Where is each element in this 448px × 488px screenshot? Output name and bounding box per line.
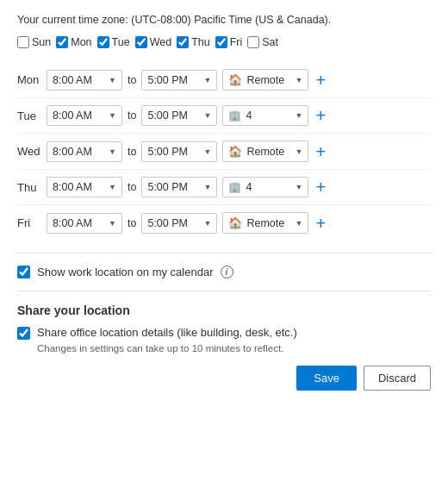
home-icon: 🏠: [228, 216, 242, 229]
add-time-slot-button-wed[interactable]: +: [314, 143, 327, 160]
share-office-label[interactable]: Share office location details (like buil…: [37, 326, 297, 339]
start-time-value: 8:00 AM: [53, 109, 92, 122]
start-time-thu[interactable]: 8:00 AM▼: [47, 177, 122, 197]
location-value: Remote: [246, 146, 284, 158]
show-location-label[interactable]: Show work location on my calendar: [37, 266, 214, 278]
home-icon: 🏠: [228, 73, 242, 86]
day-label-sat: Sat: [262, 36, 278, 48]
chevron-down-icon: ▼: [296, 111, 303, 120]
day-checkbox-group-thu: Thu: [177, 36, 210, 48]
chevron-down-icon: ▼: [296, 219, 303, 228]
chevron-down-icon: ▼: [109, 76, 116, 84]
start-time-value: 8:00 AM: [53, 146, 92, 158]
start-time-value: 8:00 AM: [53, 181, 92, 193]
changes-note: Changes in settings can take up to 10 mi…: [37, 343, 431, 353]
chevron-down-icon: ▼: [296, 147, 303, 156]
save-button[interactable]: Save: [296, 366, 357, 391]
to-label: to: [128, 217, 136, 229]
day-label-tue: Tue: [112, 36, 130, 48]
day-checkbox-sat[interactable]: [247, 36, 259, 48]
show-location-checkbox[interactable]: [17, 266, 30, 278]
discard-button[interactable]: Discard: [364, 366, 431, 391]
schedule-row-fri: Fri8:00 AM▼to5:00 PM▼🏠Remote▼+: [17, 205, 431, 241]
share-section: Share your location Share office locatio…: [17, 303, 431, 353]
building-icon: 🏢: [228, 109, 241, 122]
day-checkbox-sun[interactable]: [17, 36, 29, 48]
day-checkbox-group-mon: Mon: [56, 36, 91, 48]
to-label: to: [128, 146, 136, 158]
location-select-fri[interactable]: 🏠Remote▼: [222, 212, 308, 234]
end-time-value: 5:00 PM: [147, 74, 188, 86]
share-office-row: Share office location details (like buil…: [17, 326, 431, 340]
location-select-tue[interactable]: 🏢4▼: [222, 105, 308, 126]
end-time-mon[interactable]: 5:00 PM▼: [141, 70, 217, 91]
day-checkbox-tue[interactable]: [97, 36, 109, 48]
share-office-checkbox[interactable]: [17, 327, 30, 340]
to-label: to: [128, 74, 136, 86]
days-checkboxes-row: SunMonTueWedThuFriSat: [17, 36, 431, 48]
location-select-thu[interactable]: 🏢4▼: [222, 177, 308, 197]
day-checkbox-fri[interactable]: [215, 36, 227, 48]
end-time-fri[interactable]: 5:00 PM▼: [141, 213, 217, 234]
location-value: Remote: [246, 74, 284, 86]
schedule-row-wed: Wed8:00 AM▼to5:00 PM▼🏠Remote▼+: [17, 134, 431, 170]
chevron-down-icon: ▼: [109, 183, 116, 191]
day-label-sun: Sun: [32, 36, 51, 48]
end-time-value: 5:00 PM: [147, 146, 188, 158]
day-checkbox-group-fri: Fri: [215, 36, 243, 48]
end-time-thu[interactable]: 5:00 PM▼: [141, 177, 217, 197]
day-label-fri: Fri: [230, 36, 243, 48]
location-value: 4: [246, 181, 252, 193]
start-time-wed[interactable]: 8:00 AM▼: [47, 141, 122, 162]
location-select-mon[interactable]: 🏠Remote▼: [222, 69, 308, 91]
chevron-down-icon: ▼: [204, 219, 212, 228]
timezone-info: Your current time zone: (UTC-08:00) Paci…: [17, 14, 431, 26]
day-checkbox-wed[interactable]: [135, 36, 147, 48]
day-checkbox-group-sat: Sat: [247, 36, 278, 48]
day-checkbox-thu[interactable]: [177, 36, 189, 48]
show-location-row: Show work location on my calendar i: [17, 266, 431, 278]
to-label: to: [128, 181, 136, 193]
building-icon: 🏢: [228, 181, 241, 193]
day-checkbox-mon[interactable]: [56, 36, 68, 48]
buttons-row: Save Discard: [17, 366, 431, 391]
start-time-fri[interactable]: 8:00 AM▼: [47, 213, 122, 234]
start-time-tue[interactable]: 8:00 AM▼: [47, 105, 122, 126]
start-time-value: 8:00 AM: [53, 74, 92, 86]
add-time-slot-button-tue[interactable]: +: [314, 107, 327, 124]
divider-2: [17, 291, 431, 291]
schedule-row-mon: Mon8:00 AM▼to5:00 PM▼🏠Remote▼+: [17, 62, 431, 98]
chevron-down-icon: ▼: [109, 219, 116, 228]
schedule-day-tue: Tue: [17, 109, 41, 122]
end-time-tue[interactable]: 5:00 PM▼: [141, 105, 217, 126]
day-checkbox-group-tue: Tue: [97, 36, 130, 48]
to-label: to: [128, 109, 136, 122]
add-time-slot-button-mon[interactable]: +: [314, 72, 327, 89]
schedule-day-mon: Mon: [17, 73, 41, 86]
day-label-wed: Wed: [150, 36, 171, 48]
day-label-thu: Thu: [191, 36, 210, 48]
location-select-wed[interactable]: 🏠Remote▼: [222, 141, 308, 162]
start-time-value: 8:00 AM: [53, 217, 92, 229]
share-section-title: Share your location: [17, 303, 431, 317]
chevron-down-icon: ▼: [296, 183, 303, 191]
location-value: Remote: [246, 217, 284, 229]
chevron-down-icon: ▼: [109, 147, 116, 156]
schedule-day-thu: Thu: [17, 181, 41, 194]
chevron-down-icon: ▼: [204, 111, 212, 120]
start-time-mon[interactable]: 8:00 AM▼: [47, 70, 122, 91]
info-icon[interactable]: i: [221, 266, 233, 278]
location-value: 4: [246, 109, 252, 122]
schedule-rows: Mon8:00 AM▼to5:00 PM▼🏠Remote▼+Tue8:00 AM…: [17, 62, 431, 241]
day-label-mon: Mon: [71, 36, 91, 48]
divider-1: [17, 253, 431, 253]
chevron-down-icon: ▼: [296, 76, 303, 84]
schedule-row-thu: Thu8:00 AM▼to5:00 PM▼🏢4▼+: [17, 170, 431, 205]
end-time-wed[interactable]: 5:00 PM▼: [141, 141, 217, 162]
chevron-down-icon: ▼: [204, 147, 212, 156]
add-time-slot-button-thu[interactable]: +: [314, 178, 327, 196]
schedule-row-tue: Tue8:00 AM▼to5:00 PM▼🏢4▼+: [17, 98, 431, 134]
add-time-slot-button-fri[interactable]: +: [314, 215, 327, 232]
end-time-value: 5:00 PM: [147, 181, 188, 193]
chevron-down-icon: ▼: [109, 111, 116, 120]
